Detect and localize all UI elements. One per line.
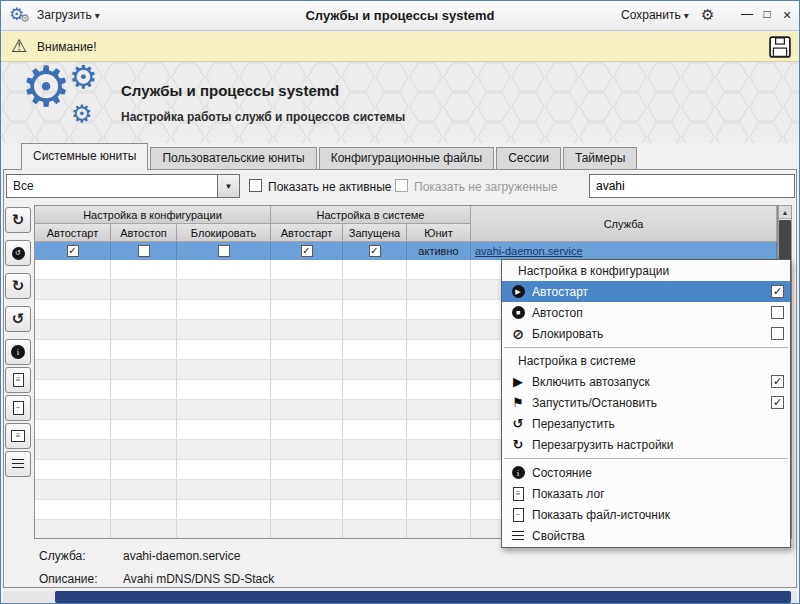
table-cell <box>271 360 343 379</box>
table-cell <box>111 260 177 279</box>
reset-button[interactable]: ↺ <box>5 240 31 266</box>
minimize-button[interactable]: — <box>739 7 755 21</box>
column-header-unit[interactable]: Юнит <box>407 224 471 242</box>
table-cell <box>35 480 111 499</box>
config-block-checkbox[interactable] <box>218 245 230 257</box>
table-cell <box>407 340 471 359</box>
footer-description-label: Описание: <box>39 572 98 586</box>
horizontal-scrollbar[interactable] <box>3 591 797 603</box>
menu-item-restart[interactable]: ↺ Перезапустить <box>502 413 790 434</box>
show-inactive-checkbox[interactable] <box>249 179 262 192</box>
table-cell <box>271 460 343 479</box>
tab-user-units[interactable]: Пользовательские юниты <box>150 147 316 170</box>
settings-gear-button[interactable]: ⚙ <box>701 6 714 24</box>
load-menu-button[interactable]: Загрузить▾ <box>37 8 100 22</box>
autostop-menu-checkbox[interactable] <box>771 306 784 319</box>
menu-item-enable-autostart[interactable]: ▶ Включить автозапуск ✓ <box>502 371 790 392</box>
tab-system-units[interactable]: Системные юниты <box>21 143 148 170</box>
show-log-button[interactable]: ≡ <box>5 367 31 393</box>
refresh-button[interactable]: ↻ <box>5 207 31 233</box>
app-window: ⚙ ⚙ Загрузить▾ Службы и процессы systemd… <box>0 0 800 604</box>
menu-section-config: Настройка в конфигурации <box>502 261 790 281</box>
menu-item-reload[interactable]: ↻ Перезагрузить настройки <box>502 434 790 455</box>
table-cell <box>35 260 111 279</box>
table-cell <box>271 260 343 279</box>
service-link[interactable]: avahi-daemon.service <box>475 245 583 257</box>
table-cell <box>343 320 407 339</box>
save-file-icon[interactable] <box>769 36 791 61</box>
system-autostart-checkbox[interactable]: ✓ <box>301 245 313 257</box>
table-cell <box>407 480 471 499</box>
save-menu-button[interactable]: Сохранить▾ <box>621 8 689 22</box>
menu-item-state[interactable]: i Состояние <box>502 462 790 483</box>
table-row-avahi[interactable]: ✓ ✓ ✓ активно avahi-daemon.service <box>35 242 777 260</box>
restart-button[interactable]: ↻ <box>5 273 31 299</box>
group-header-system[interactable]: Настройка в системе <box>271 206 471 224</box>
table-cell <box>407 500 471 519</box>
table-cell <box>177 300 271 319</box>
vertical-scrollbar-thumb[interactable] <box>779 220 791 264</box>
menu-section-system: Настройка в системе <box>502 351 790 371</box>
horizontal-scrollbar-thumb[interactable] <box>55 591 791 603</box>
footer-service-label: Служба: <box>39 549 86 563</box>
autostart-icon: ▶ <box>508 285 528 298</box>
block-menu-checkbox[interactable] <box>771 327 784 340</box>
chevron-down-icon: ▾ <box>684 10 689 21</box>
config-autostop-checkbox[interactable] <box>138 245 150 257</box>
show-source-button[interactable]: ~ <box>5 395 31 421</box>
table-cell <box>343 360 407 379</box>
column-header-config-autostop[interactable]: Автостоп <box>111 224 177 242</box>
close-button[interactable]: × <box>779 7 795 23</box>
tab-timers[interactable]: Таймеры <box>563 147 637 170</box>
menu-item-properties[interactable]: Свойства <box>502 525 790 546</box>
menu-item-start-stop[interactable]: ⚑ Запустить/Остановить ✓ <box>502 392 790 413</box>
table-cell <box>343 460 407 479</box>
scroll-up-icon[interactable]: ▲ <box>779 206 791 219</box>
reload-icon: ↻ <box>508 437 528 452</box>
console-button[interactable]: ≡ <box>5 423 31 449</box>
table-cell <box>271 280 343 299</box>
restart-icon: ↺ <box>508 416 528 431</box>
column-header-service[interactable]: Служба <box>471 206 777 242</box>
properties-button[interactable] <box>5 451 31 477</box>
system-running-checkbox[interactable]: ✓ <box>369 245 381 257</box>
column-header-config-block[interactable]: Блокировать <box>177 224 271 242</box>
unit-filter-dropdown[interactable]: Все ▼ <box>6 174 240 198</box>
config-autostart-checkbox[interactable]: ✓ <box>67 245 79 257</box>
table-cell <box>111 400 177 419</box>
logo-gear-small-icon: ⚙ <box>71 100 93 128</box>
menu-item-show-log[interactable]: ≡ Показать лог <box>502 483 790 504</box>
search-input[interactable] <box>589 174 795 198</box>
table-cell <box>111 500 177 519</box>
column-header-config-autostart[interactable]: Автостарт <box>35 224 111 242</box>
menu-item-show-source[interactable]: ~ Показать файл-источник <box>502 504 790 525</box>
menu-item-block[interactable]: ⊘ Блокировать <box>502 323 790 344</box>
table-cell <box>177 520 271 539</box>
table-cell <box>343 280 407 299</box>
table-cell <box>407 300 471 319</box>
start-stop-menu-checkbox[interactable]: ✓ <box>771 396 784 409</box>
table-cell <box>407 460 471 479</box>
chevron-down-icon: ▼ <box>225 182 233 191</box>
table-cell <box>343 500 407 519</box>
table-cell <box>177 400 271 419</box>
table-cell <box>271 400 343 419</box>
autostart-menu-checkbox[interactable]: ✓ <box>771 285 784 298</box>
menu-item-autostop[interactable]: ■ Автостоп <box>502 302 790 323</box>
show-not-loaded-checkbox[interactable] <box>395 179 408 192</box>
table-cell <box>35 340 111 359</box>
enable-autostart-menu-checkbox[interactable]: ✓ <box>771 375 784 388</box>
column-header-system-autostart[interactable]: Автостарт <box>271 224 343 242</box>
maximize-button[interactable]: □ <box>759 7 775 21</box>
reload-button[interactable]: ↺ <box>5 306 31 332</box>
combo-arrow-button[interactable]: ▼ <box>217 175 239 197</box>
column-header-system-running[interactable]: Запущена <box>343 224 407 242</box>
warning-bar: ⚠ Внимание! <box>1 32 799 62</box>
tab-config-files[interactable]: Конфигурационные файлы <box>319 147 494 170</box>
table-cell <box>111 300 177 319</box>
tab-sessions[interactable]: Сессии <box>496 147 561 170</box>
group-header-config[interactable]: Настройка в конфигурации <box>35 206 271 224</box>
menu-item-autostart[interactable]: ▶ Автостарт ✓ <box>502 281 790 302</box>
status-button[interactable]: i <box>5 339 31 365</box>
table-cell <box>177 460 271 479</box>
